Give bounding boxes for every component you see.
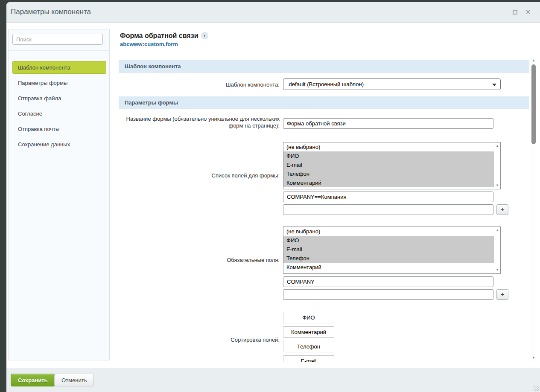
listbox-option[interactable]: Комментарий [283,178,494,187]
sidebar-item-file-upload[interactable]: Отправка файла [12,92,106,105]
component-parameters-dialog: Параметры компонента × Шаблон компонента… [6,2,540,392]
sort-item[interactable]: E-mail [283,355,334,362]
template-select[interactable]: .default (Встроенный шаблон) [283,78,501,90]
sort-item[interactable]: Комментарий [283,326,334,338]
listbox-option[interactable]: E-mail [283,160,494,169]
dialog-titlebar: Параметры компонента × [6,2,540,23]
fields-list-new-input[interactable] [283,204,493,215]
sidebar-divider [9,50,109,51]
resize-handle[interactable] [534,386,539,391]
info-icon[interactable]: i [201,32,208,39]
listbox-option[interactable]: Комментарий [283,263,494,272]
component-name-link[interactable]: abcwww:custom.form [120,41,208,47]
search-input[interactable] [12,34,103,45]
scroll-up-icon[interactable]: ▲ [496,144,499,148]
dialog-title: Параметры компонента [11,8,91,16]
listbox-option[interactable]: Телефон [283,254,494,263]
form-name-input[interactable] [283,118,493,129]
sort-item[interactable]: ФИО [283,312,334,323]
fields-list-custom-input[interactable] [283,192,493,202]
vertical-scrollbar[interactable]: ▲ ▼ [531,58,537,362]
sidebar-item-mail-send[interactable]: Отправка почты [12,122,106,135]
maximize-button[interactable] [511,9,518,16]
section-header-form-params: Параметры формы [119,96,529,109]
required-fields-label: Обязательные поля: [119,257,280,264]
section-header-template: Шаблон компонента [119,60,529,73]
fields-list-listbox[interactable]: (не выбрано) ФИО E-mail Телефон Коммента… [283,142,501,189]
required-fields-new-input[interactable] [283,289,493,300]
cancel-button[interactable]: Отменить [54,374,94,386]
template-select-label: Шаблон компонента: [119,81,280,88]
scrollbar-thumb[interactable] [531,64,536,144]
listbox-option[interactable]: E-mail [283,245,494,254]
save-button[interactable]: Сохранить [11,374,55,386]
sidebar-item-consent[interactable]: Согласие [12,107,106,120]
settings-sidebar: Шаблон компонента Параметры формы Отправ… [8,29,110,360]
component-title: Форма обратной связи [120,32,198,40]
sidebar-menu: Шаблон компонента Параметры формы Отправ… [12,61,106,153]
close-button[interactable]: × [525,9,531,16]
scroll-down-icon[interactable]: ▼ [531,356,537,361]
maximize-icon [513,10,517,15]
scroll-down-icon[interactable]: ▼ [496,184,499,187]
chevron-down-icon [492,84,496,86]
required-fields-listbox[interactable]: (не выбрано) ФИО E-mail Телефон Коммента… [283,226,501,274]
listbox-option[interactable]: (не выбрано) [283,142,494,151]
required-fields-add-button[interactable]: + [496,289,508,300]
listbox-option[interactable]: Телефон [283,169,494,178]
listbox-option[interactable]: ФИО [283,236,494,245]
component-header: Форма обратной связиi abcwww:custom.form [120,32,208,47]
listbox-option[interactable]: (не выбрано) [283,227,494,236]
settings-scroll-area: Шаблон компонента Шаблон компонента: .de… [119,58,529,362]
required-fields-custom-input[interactable] [283,276,493,287]
template-select-value: .default (Встроенный шаблон) [287,81,364,87]
sidebar-item-form-params[interactable]: Параметры формы [12,76,106,89]
sort-item[interactable]: Телефон [283,341,334,352]
listbox-option[interactable]: ФИО [283,151,494,160]
fields-list-label: Список полей для формы: [119,172,280,179]
scroll-down-icon[interactable]: ▼ [496,268,499,272]
sidebar-item-data-save[interactable]: Сохранение данных [12,138,106,151]
scroll-up-icon[interactable]: ▲ [496,229,499,232]
fields-list-add-button[interactable]: + [496,204,508,215]
field-sort-label: Сортировка полей: [119,337,280,343]
scroll-up-icon[interactable]: ▲ [531,58,537,64]
form-name-label: Название формы (обязательно уникальное д… [119,116,280,129]
sidebar-item-component-template[interactable]: Шаблон компонента [12,61,106,74]
dialog-footer: Сохранить Отменить [6,368,540,392]
